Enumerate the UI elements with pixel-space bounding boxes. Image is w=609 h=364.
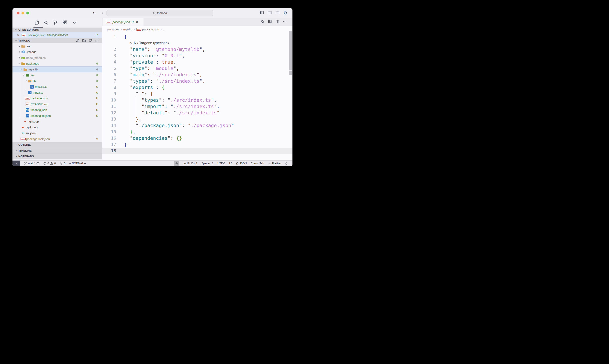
tree-item-README.md[interactable]: M↓ README.mdU — [13, 101, 102, 107]
explorer-root-header[interactable]: TSMONO — [13, 38, 102, 43]
toggle-primary-sidebar-button[interactable] — [260, 11, 264, 15]
status-bar-left: main*000-- NORMAL -- — [13, 161, 88, 166]
tab-package-json[interactable]: npm package.json U ✕ — [103, 18, 143, 26]
zoom-button[interactable] — [26, 12, 29, 14]
more-views-icon[interactable] — [72, 20, 77, 25]
tree-item-.vscode[interactable]: .vscode — [13, 49, 102, 55]
code-line-14[interactable]: 14 "./package.json": "./package.json" — [102, 122, 292, 129]
cursor-tab[interactable]: Cursor Tab — [249, 161, 266, 166]
typescript-icon: TS — [30, 85, 34, 89]
refresh-explorer-button[interactable] — [89, 39, 92, 43]
broadcast-status[interactable]: 0 — [58, 161, 67, 166]
back-arrow-icon[interactable]: ← — [92, 11, 96, 15]
minimize-button[interactable] — [21, 12, 24, 14]
editor-scrollbar-thumb-2[interactable] — [289, 71, 292, 75]
settings-gear-button[interactable]: ⚙ — [283, 11, 287, 15]
section-header-timeline[interactable]: TIMELINE — [13, 148, 102, 154]
tree-item-nx.json[interactable]: Nx nx.json — [13, 130, 102, 136]
search-view-icon[interactable] — [44, 20, 49, 25]
editor-scrollbar-thumb[interactable] — [289, 31, 292, 70]
tree-item-.nx[interactable]: .nx — [13, 43, 102, 49]
breadcrumb-item[interactable]: mytslib — [123, 28, 132, 31]
code-line-4[interactable]: 4 "private": true, — [102, 59, 292, 65]
section-header-outline[interactable]: OUTLINE — [13, 142, 102, 148]
code-line-9[interactable]: 9 ".": { — [102, 91, 292, 97]
open-changes-button[interactable] — [260, 20, 264, 25]
compare-icon — [260, 20, 264, 24]
activity-bar — [13, 18, 102, 27]
breadcrumb-item[interactable]: packages — [107, 28, 119, 31]
zoom-indicator[interactable] — [174, 161, 179, 166]
status-bar-right: Ln 18, Col 1Spaces: 2UTF-8LF{}JSONCursor… — [174, 161, 292, 166]
code-line-16[interactable]: 16 "dependencies": {} — [102, 135, 292, 141]
new-file-button[interactable] — [76, 39, 79, 43]
notifications-bell[interactable] — [283, 161, 290, 166]
toggle-secondary-sidebar-button[interactable] — [275, 11, 280, 15]
code-line-17[interactable]: 17 } — [102, 141, 292, 148]
tree-item-.gitkeep[interactable]: .gitkeep — [13, 119, 102, 125]
code-line-18[interactable]: 18 — [102, 148, 292, 154]
eol[interactable]: LF — [227, 161, 234, 166]
open-editor-item[interactable]: ✕ npm package.json packages/mytslib U — [13, 32, 102, 38]
explorer-view-icon[interactable] — [34, 20, 39, 25]
code-line-7[interactable]: 7 "types": "./src/index.ts", — [102, 78, 292, 84]
code-line-5[interactable]: 5 "type": "module", — [102, 65, 292, 72]
new-folder-button[interactable] — [82, 39, 86, 43]
close-button[interactable] — [17, 12, 19, 14]
codelens-row: ▷Nx Targets: typecheck — [102, 40, 292, 46]
branch-status[interactable]: main* — [22, 161, 41, 166]
forward-arrow-icon[interactable]: → — [100, 11, 103, 15]
open-editors-header[interactable]: OPEN EDITORS — [13, 27, 102, 32]
tree-item-mytslib[interactable]: mytslib — [13, 66, 102, 72]
tree-item-label: node_modules — [26, 56, 46, 60]
code-line-13[interactable]: 13 }, — [102, 116, 292, 122]
tree-item-node_modules[interactable]: node_modules — [13, 55, 102, 61]
tree-item-index.ts[interactable]: TS index.tsU — [13, 90, 102, 96]
encoding[interactable]: UTF-8 — [216, 161, 227, 166]
code-line-2[interactable]: 2 "name": "@tsmono/mytslib", — [102, 46, 292, 52]
tree-item-src[interactable]: src — [13, 72, 102, 78]
tree-item-mytslib.ts[interactable]: TS mytslib.tsU — [13, 84, 102, 90]
command-center-search[interactable]: tsmono — [106, 10, 213, 16]
tree-item-tsconfig.lib.json[interactable]: TS tsconfig.lib.jsonU — [13, 113, 102, 119]
split-editor-button[interactable] — [275, 20, 279, 25]
codelens-nx-targets[interactable]: ▷Nx Targets: typecheck — [130, 40, 169, 46]
twistie-spacer — [22, 114, 25, 117]
tree-item-lib[interactable]: lib — [13, 78, 102, 84]
language-mode[interactable]: {}JSON — [234, 161, 249, 166]
formatter[interactable]: Prettier — [266, 161, 283, 166]
code-editor[interactable]: 1 { ▷Nx Targets: typecheck 2 "name": "@t… — [102, 32, 292, 160]
section-header-notepads[interactable]: NOTEPADS — [13, 154, 102, 159]
toggle-panel-button[interactable] — [268, 11, 272, 15]
error-circle-icon — [43, 162, 46, 165]
problems-status[interactable]: 00 — [41, 161, 58, 166]
collapse-folders-button[interactable] — [95, 39, 98, 43]
code-line-10[interactable]: 10 "types": "./src/index.ts", — [102, 97, 292, 103]
vim-mode[interactable]: -- NORMAL -- — [67, 161, 88, 166]
search-editor-button[interactable] — [268, 20, 272, 25]
code-line-1[interactable]: 1 { — [102, 33, 292, 40]
code-line-11[interactable]: 11 "import": "./src/index.ts", — [102, 103, 292, 110]
remote-indicator[interactable] — [13, 161, 20, 166]
breadcrumb-item[interactable]: ... — [163, 28, 166, 31]
chevron-down-icon — [14, 28, 18, 31]
extensions-view-icon[interactable] — [63, 20, 67, 25]
indentation[interactable]: Spaces: 2 — [199, 161, 216, 166]
more-actions-button[interactable] — [283, 20, 287, 25]
source-control-view-icon[interactable] — [53, 20, 58, 25]
breadcrumb-item[interactable]: npmpackage.json — [136, 28, 159, 31]
tree-item-.gitignore[interactable]: .gitignore — [13, 124, 102, 130]
code-line-12[interactable]: 12 "default": "./src/index.ts" — [102, 110, 292, 116]
cursor-position[interactable]: Ln 18, Col 1 — [181, 161, 199, 166]
tree-item-package.json[interactable]: npm package.jsonU — [13, 96, 102, 102]
code-line-6[interactable]: 6 "main": "./src/index.ts", — [102, 72, 292, 78]
tab-close-icon[interactable]: ✕ — [136, 20, 138, 24]
gear-icon: ⚙ — [283, 10, 287, 15]
code-line-15[interactable]: 15 }, — [102, 129, 292, 135]
close-icon[interactable]: ✕ — [17, 33, 19, 37]
tree-item-package-lock.json[interactable]: npm package-lock.jsonM — [13, 136, 102, 142]
code-line-3[interactable]: 3 "version": "0.0.1", — [102, 52, 292, 59]
code-line-8[interactable]: 8 "exports": { — [102, 84, 292, 91]
tree-item-packages[interactable]: packages — [13, 61, 102, 67]
tree-item-tsconfig.json[interactable]: TS tsconfig.jsonU — [13, 107, 102, 113]
